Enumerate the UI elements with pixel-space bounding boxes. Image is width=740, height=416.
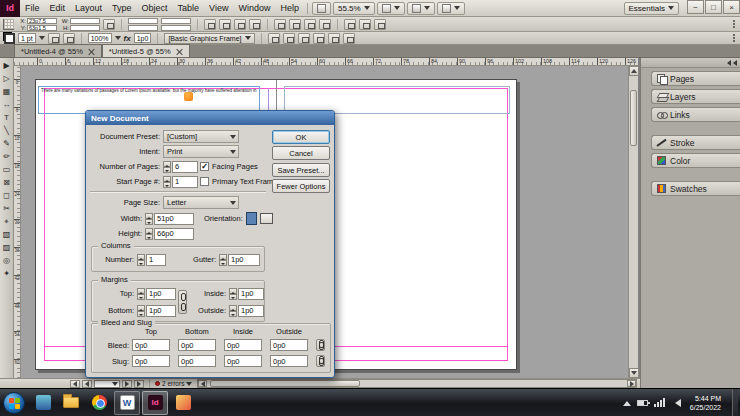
tool-icon[interactable]: ✂ [3, 202, 10, 215]
columns-stepper[interactable] [137, 254, 145, 266]
close-button[interactable]: × [723, 0, 740, 14]
page-number-dropdown[interactable] [94, 380, 120, 388]
margin-outside-stepper[interactable] [229, 305, 237, 317]
next-page-button[interactable] [122, 380, 132, 388]
align-left-icon[interactable] [268, 33, 280, 44]
tool-icon[interactable]: ▭ [3, 163, 11, 176]
bridge-icon[interactable] [312, 2, 331, 15]
select-previous-icon[interactable] [304, 19, 316, 30]
taskbar-word-icon[interactable]: W [114, 391, 140, 415]
menu-item[interactable]: File [20, 0, 45, 17]
zoom-level-dropdown[interactable]: 55.5% [333, 2, 375, 15]
tool-icon[interactable]: ▧ [3, 228, 11, 241]
stroke-style-icon[interactable] [63, 33, 75, 44]
fill-stroke-swatches-icon[interactable] [3, 32, 15, 44]
flip-vertical-icon[interactable] [249, 19, 261, 30]
stroke-weight-field[interactable]: 1 pt [18, 33, 36, 43]
stroke-type-icon[interactable] [48, 33, 60, 44]
start-page-stepper[interactable] [163, 176, 171, 188]
panel-button-swatches[interactable]: Swatches [651, 181, 740, 196]
slug-field[interactable]: 0p0 [270, 355, 308, 367]
page-size-dropdown[interactable]: Letter [163, 196, 239, 209]
panel-button-color[interactable]: Color [651, 153, 740, 168]
margin-outside-field[interactable]: 1p0 [238, 305, 264, 317]
taskbar-explorer-icon[interactable] [58, 391, 84, 415]
reference-point-proxy-icon[interactable] [3, 19, 14, 30]
object-style-dropdown[interactable]: [Basic Graphics Frame] [164, 33, 254, 44]
scale-x-field[interactable] [128, 18, 158, 24]
orientation-landscape-button[interactable] [260, 213, 273, 224]
margin-top-field[interactable]: 1p0 [146, 288, 176, 300]
panel-button-layers[interactable]: Layers [651, 89, 740, 104]
margin-bottom-stepper[interactable] [137, 305, 145, 317]
tool-icon[interactable]: ✎ [3, 137, 10, 150]
panel-menu-icon[interactable] [733, 32, 737, 44]
margin-inside-field[interactable]: 1p0 [238, 288, 264, 300]
align-top-icon[interactable] [313, 33, 325, 44]
scale-y-field[interactable] [128, 25, 158, 31]
menu-item[interactable]: Help [275, 0, 304, 17]
panel-button-links[interactable]: Links [651, 107, 740, 122]
scroll-up-button[interactable] [629, 66, 639, 76]
expand-panels-icon[interactable] [725, 60, 737, 66]
taskbar-chrome-icon[interactable] [86, 391, 112, 415]
tab-untitled-4[interactable]: *Untitled-4 @ 55% [14, 44, 102, 57]
tool-icon[interactable]: ▨ [3, 241, 11, 254]
close-icon[interactable] [176, 48, 183, 55]
menu-item[interactable]: Layout [70, 0, 107, 17]
bleed-field[interactable]: 0p0 [270, 339, 308, 351]
save-preset-button[interactable]: Save Preset... [272, 163, 330, 177]
rotate-90-cw-icon[interactable] [204, 19, 216, 30]
start-button[interactable] [3, 392, 25, 414]
tool-icon[interactable]: ↔ [3, 98, 11, 111]
tool-icon[interactable]: ▶ [3, 59, 9, 72]
select-content-icon[interactable] [289, 19, 301, 30]
y-field[interactable]: 63p1.5 [27, 25, 57, 31]
auto-fit-icon[interactable] [374, 19, 386, 30]
ok-button[interactable]: OK [272, 130, 330, 144]
width-field[interactable]: 51p0 [154, 213, 194, 225]
horizontal-scrollbar[interactable] [197, 379, 637, 388]
align-bottom-icon[interactable] [343, 33, 355, 44]
chevron-down-icon[interactable] [115, 36, 121, 43]
opacity-field[interactable]: 100% [88, 33, 112, 43]
tool-icon[interactable]: ◎ [3, 254, 10, 267]
menu-item[interactable]: Type [107, 0, 137, 17]
align-center-icon[interactable] [283, 33, 295, 44]
view-options-button[interactable] [377, 2, 405, 15]
document-preset-dropdown[interactable]: [Custom] [163, 130, 239, 143]
hidden-icons-chevron-icon[interactable] [623, 397, 631, 406]
scroll-right-button[interactable] [627, 380, 636, 387]
preflight-errors-label[interactable]: 2 errors [162, 380, 184, 387]
taskbar-indesign-icon[interactable]: Id [142, 391, 168, 415]
x-field[interactable]: 23p7.5 [27, 18, 57, 24]
cancel-button[interactable]: Cancel [272, 146, 330, 160]
align-right-icon[interactable] [298, 33, 310, 44]
last-page-button[interactable] [134, 380, 144, 388]
facing-pages-checkbox[interactable]: ✓ [200, 162, 209, 171]
taskbar-clock[interactable]: 5:44 PM 6/25/2022 [690, 394, 721, 412]
screen-mode-button[interactable] [407, 2, 435, 15]
scroll-left-button[interactable] [198, 380, 207, 387]
align-middle-icon[interactable] [328, 33, 340, 44]
corner-radius-field[interactable]: 1p0 [134, 33, 152, 43]
network-icon[interactable] [654, 398, 665, 407]
maximize-button[interactable]: □ [705, 0, 722, 14]
panel-button-pages[interactable]: Pages [651, 71, 740, 86]
shear-angle-field[interactable] [161, 25, 191, 31]
menu-item[interactable]: Edit [45, 0, 71, 17]
gutter-field[interactable]: 1p0 [228, 254, 260, 266]
dialog-title-bar[interactable]: New Document [86, 111, 334, 125]
pages-stepper[interactable] [163, 161, 171, 173]
menu-item[interactable]: Object [137, 0, 173, 17]
tool-icon[interactable]: T [4, 111, 9, 124]
slug-link-icon[interactable] [316, 355, 325, 367]
flip-horizontal-icon[interactable] [234, 19, 246, 30]
constrain-proportions-icon[interactable] [103, 19, 115, 30]
tab-untitled-5[interactable]: *Untitled-5 @ 55% [102, 44, 190, 57]
previous-page-button[interactable] [82, 380, 92, 388]
primary-text-frame-checkbox[interactable] [200, 177, 209, 186]
start-page-field[interactable]: 1 [172, 176, 198, 188]
panel-button-stroke[interactable]: Stroke [651, 135, 740, 150]
rotation-angle-field[interactable] [161, 18, 191, 24]
